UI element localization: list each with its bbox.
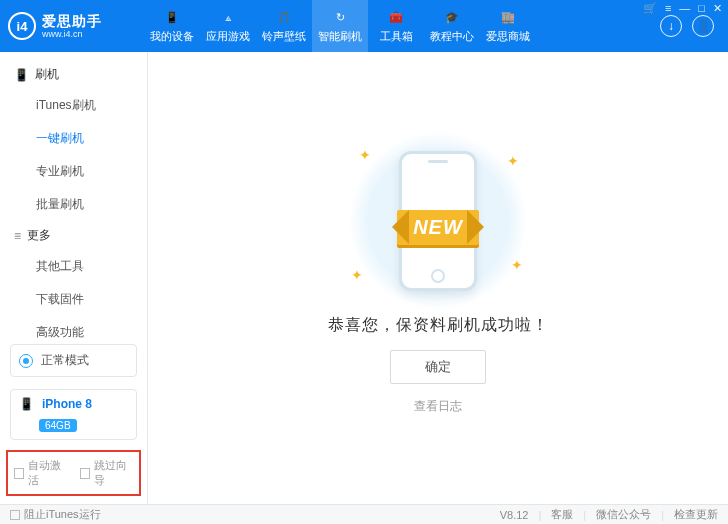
block-itunes-checkbox[interactable]: 阻止iTunes运行 bbox=[10, 507, 101, 522]
group-icon: 📱 bbox=[14, 68, 29, 82]
nav-3[interactable]: ↻智能刷机 bbox=[312, 0, 368, 52]
sidebar-list: 📱刷机iTunes刷机一键刷机专业刷机批量刷机≡更多其他工具下载固件高级功能 bbox=[0, 52, 147, 338]
sparkle-icon: ✦ bbox=[507, 153, 519, 169]
nav-icon: 📱 bbox=[163, 8, 181, 26]
nav-label: 应用游戏 bbox=[206, 29, 250, 44]
mode-label: 正常模式 bbox=[41, 352, 89, 369]
view-log-link[interactable]: 查看日志 bbox=[414, 398, 462, 415]
success-illustration: ✦ ✦ ✦ ✦ NEW bbox=[333, 141, 543, 301]
close-button[interactable]: ✕ bbox=[713, 2, 722, 15]
brand-title: 爱思助手 bbox=[42, 13, 102, 29]
device-name: iPhone 8 bbox=[42, 397, 92, 411]
nav-6[interactable]: 🏬爱思商城 bbox=[480, 0, 536, 52]
nav-label: 铃声壁纸 bbox=[262, 29, 306, 44]
sidebar-item[interactable]: 下载固件 bbox=[0, 283, 147, 316]
auto-activate-checkbox[interactable]: 自动激活 bbox=[14, 458, 68, 488]
nav-2[interactable]: 🎵铃声壁纸 bbox=[256, 0, 312, 52]
sidebar-item[interactable]: 其他工具 bbox=[0, 250, 147, 283]
sidebar-item[interactable]: 高级功能 bbox=[0, 316, 147, 338]
version-label: V8.12 bbox=[500, 509, 529, 521]
nav-label: 我的设备 bbox=[150, 29, 194, 44]
support-link[interactable]: 客服 bbox=[551, 507, 573, 522]
footer-right: V8.12 | 客服 | 微信公众号 | 检查更新 bbox=[500, 507, 718, 522]
download-button[interactable]: ↓ bbox=[660, 15, 682, 37]
nav-0[interactable]: 📱我的设备 bbox=[144, 0, 200, 52]
success-message: 恭喜您，保资料刷机成功啦！ bbox=[328, 315, 549, 336]
mode-indicator-icon bbox=[19, 354, 33, 368]
skip-wizard-checkbox[interactable]: 跳过向导 bbox=[80, 458, 134, 488]
menu-icon[interactable]: ≡ bbox=[665, 2, 671, 15]
nav-label: 爱思商城 bbox=[486, 29, 530, 44]
nav-label: 智能刷机 bbox=[318, 29, 362, 44]
brand-subtitle: www.i4.cn bbox=[42, 29, 102, 39]
nav-label: 教程中心 bbox=[430, 29, 474, 44]
maximize-button[interactable]: □ bbox=[698, 2, 705, 15]
checkbox-icon bbox=[10, 510, 20, 520]
sparkle-icon: ✦ bbox=[351, 267, 363, 283]
sidebar-item[interactable]: 专业刷机 bbox=[0, 155, 147, 188]
sidebar-item[interactable]: 一键刷机 bbox=[0, 122, 147, 155]
check-update-link[interactable]: 检查更新 bbox=[674, 507, 718, 522]
cart-icon[interactable]: 🛒 bbox=[643, 2, 657, 15]
group-icon: ≡ bbox=[14, 229, 21, 243]
body: 📱刷机iTunes刷机一键刷机专业刷机批量刷机≡更多其他工具下载固件高级功能 正… bbox=[0, 52, 728, 504]
ok-button[interactable]: 确定 bbox=[390, 350, 486, 384]
nav-icon: ⟁ bbox=[219, 8, 237, 26]
brand-logo-icon: i4 bbox=[8, 12, 36, 40]
nav-icon: 🧰 bbox=[387, 8, 405, 26]
checkbox-icon bbox=[80, 468, 90, 479]
header-actions: ↓ 👤 bbox=[660, 15, 720, 37]
flash-options: 自动激活 跳过向导 bbox=[6, 450, 141, 496]
main-panel: ✦ ✦ ✦ ✦ NEW 恭喜您，保资料刷机成功啦！ 确定 查看日志 bbox=[148, 52, 728, 504]
skip-wizard-label: 跳过向导 bbox=[94, 458, 133, 488]
group-label: 更多 bbox=[27, 227, 51, 244]
sparkle-icon: ✦ bbox=[359, 147, 371, 163]
brand-text: 爱思助手 www.i4.cn bbox=[42, 13, 102, 39]
device-icon: 📱 bbox=[19, 397, 34, 411]
sidebar-item[interactable]: 批量刷机 bbox=[0, 188, 147, 221]
sidebar-item[interactable]: iTunes刷机 bbox=[0, 89, 147, 122]
auto-activate-label: 自动激活 bbox=[28, 458, 67, 488]
sidebar: 📱刷机iTunes刷机一键刷机专业刷机批量刷机≡更多其他工具下载固件高级功能 正… bbox=[0, 52, 148, 504]
wechat-link[interactable]: 微信公众号 bbox=[596, 507, 651, 522]
brand: i4 爱思助手 www.i4.cn bbox=[8, 12, 144, 40]
nav-icon: 🎓 bbox=[443, 8, 461, 26]
sidebar-group-title: ≡更多 bbox=[0, 221, 147, 250]
new-ribbon: NEW bbox=[397, 210, 479, 245]
window-controls: 🛒 ≡ — □ ✕ bbox=[643, 2, 722, 15]
footer: 阻止iTunes运行 V8.12 | 客服 | 微信公众号 | 检查更新 bbox=[0, 504, 728, 524]
minimize-button[interactable]: — bbox=[679, 2, 690, 15]
device-box[interactable]: 📱 iPhone 8 64GB bbox=[10, 389, 137, 440]
header: i4 爱思助手 www.i4.cn 📱我的设备⟁应用游戏🎵铃声壁纸↻智能刷机🧰工… bbox=[0, 0, 728, 52]
nav-label: 工具箱 bbox=[380, 29, 413, 44]
sidebar-group-title: 📱刷机 bbox=[0, 60, 147, 89]
nav-icon: ↻ bbox=[331, 8, 349, 26]
top-nav: 📱我的设备⟁应用游戏🎵铃声壁纸↻智能刷机🧰工具箱🎓教程中心🏬爱思商城 bbox=[144, 0, 536, 52]
nav-5[interactable]: 🎓教程中心 bbox=[424, 0, 480, 52]
storage-badge: 64GB bbox=[39, 419, 77, 432]
checkbox-icon bbox=[14, 468, 24, 479]
block-itunes-label: 阻止iTunes运行 bbox=[24, 507, 101, 522]
sparkle-icon: ✦ bbox=[511, 257, 523, 273]
nav-1[interactable]: ⟁应用游戏 bbox=[200, 0, 256, 52]
nav-4[interactable]: 🧰工具箱 bbox=[368, 0, 424, 52]
group-label: 刷机 bbox=[35, 66, 59, 83]
nav-icon: 🎵 bbox=[275, 8, 293, 26]
mode-box[interactable]: 正常模式 bbox=[10, 344, 137, 377]
nav-icon: 🏬 bbox=[499, 8, 517, 26]
user-button[interactable]: 👤 bbox=[692, 15, 714, 37]
